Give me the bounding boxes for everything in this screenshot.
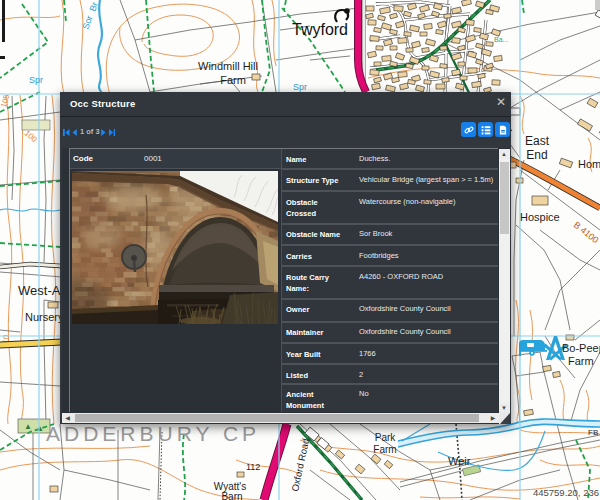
svg-text:Spr: Spr [29, 75, 43, 85]
svg-text:Weir: Weir [448, 455, 471, 467]
svg-text:112: 112 [246, 462, 260, 472]
svg-text:Spr: Spr [293, 82, 307, 92]
svg-text:Park: Park [375, 432, 397, 443]
svg-text:West-A: West-A [18, 283, 61, 298]
svg-text:Hom: Hom [578, 158, 600, 170]
svg-text:Windmill Hill: Windmill Hill [198, 60, 258, 72]
svg-text:Bo-Peep: Bo-Peep [562, 342, 600, 354]
svg-text:Barn: Barn [221, 491, 242, 500]
svg-text:445759.20, 236: 445759.20, 236 [533, 487, 599, 498]
svg-text:Hospice: Hospice [520, 211, 560, 223]
svg-text:▲: ▲ [24, 422, 32, 431]
svg-text:Nursery: Nursery [25, 311, 64, 323]
svg-text:Farm: Farm [220, 74, 246, 86]
svg-text:ADDERBURY CP: ADDERBURY CP [46, 422, 260, 445]
svg-text:Twyford: Twyford [292, 21, 348, 38]
svg-text:Ba...: Ba... [494, 36, 508, 43]
svg-text:FB: FB [588, 428, 598, 437]
svg-text:Farm: Farm [373, 444, 396, 455]
svg-text:East: East [525, 134, 550, 148]
svg-text:Farm: Farm [568, 355, 594, 367]
svg-text:End: End [526, 148, 547, 162]
